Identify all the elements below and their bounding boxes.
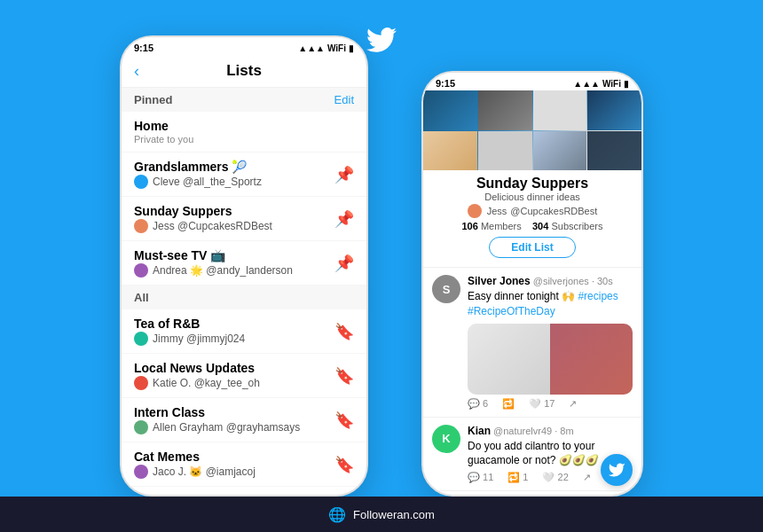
list-item-sunday-suppers[interactable]: Sunday Suppers Jess @CupcakesRDBest 📌	[122, 197, 366, 241]
right-status-icons: ▲▲▲ WiFi ▮	[573, 79, 629, 89]
left-status-bar: 9:15 ▲▲▲ WiFi ▮	[122, 37, 366, 55]
list-item-home-info: Home Private to you	[134, 119, 354, 145]
list-item-local-news[interactable]: Local News Updates Katie O. @kay_tee_oh …	[122, 354, 366, 398]
creator-handle: @CupcakesRDBest	[510, 206, 597, 216]
profile-name: Sunday Suppers	[434, 176, 631, 192]
kian-like-action[interactable]: 🤍 22	[542, 472, 568, 483]
kian-share-action[interactable]: ↗	[583, 472, 591, 483]
list-item-grandslammers-info: Grandslammers 🎾 Cleve @all_the_Sportz	[134, 160, 329, 189]
tweet-header-silver: Silver Jones @silverjones · 30s	[468, 275, 633, 287]
list-item-must-see-tv[interactable]: Must-see TV 📺 Andrea 🌟 @andy_landerson 📌	[122, 241, 366, 286]
list-item-intern-class[interactable]: Intern Class Allen Grayham @grayhamsays …	[122, 398, 366, 442]
tweet-like-action[interactable]: 🤍 17	[529, 398, 555, 410]
profile-banner	[423, 90, 641, 170]
bookmark-icon-intern-class: 🔖	[334, 411, 354, 430]
all-section-header: All	[122, 286, 366, 309]
right-time: 9:15	[436, 78, 455, 89]
cat-memes-handle: Jaco J. 🐱 @iamjacoj	[153, 466, 256, 478]
list-item-cat-memes-sub: Jaco J. 🐱 @iamjacoj	[134, 465, 329, 479]
list-item-cat-memes[interactable]: Cat Memes Jaco J. 🐱 @iamjacoj 🔖	[122, 442, 366, 487]
compose-fab-button[interactable]	[601, 454, 633, 486]
list-item-must-see-tv-name: Must-see TV 📺	[134, 248, 329, 262]
list-item-tea-rb-info: Tea of R&B Jimmy @jimmyj024	[134, 317, 329, 346]
signal-icon: ▲▲▲	[298, 43, 325, 53]
bookmark-icon-cat-memes: 🔖	[334, 455, 354, 474]
tweet-body-silver: Silver Jones @silverjones · 30s Easy din…	[468, 275, 633, 410]
tweet-name-kian: Kian	[468, 425, 491, 437]
list-item-must-see-tv-sub: Andrea 🌟 @andy_landerson	[134, 263, 329, 278]
all-label: All	[134, 291, 149, 304]
banner-img-2	[478, 90, 532, 130]
must-see-tv-handle: Andrea 🌟 @andy_landerson	[153, 264, 293, 277]
tweet-comment-action[interactable]: 💬 6	[468, 398, 488, 410]
edit-button[interactable]: Edit	[334, 93, 354, 106]
tweet-header-kian: Kian @naturelvr49 · 8m	[468, 425, 633, 437]
profile-creator: Jess @CupcakesRDBest	[434, 204, 631, 218]
profile-info: Sunday Suppers Delicious dinner ideas Je…	[423, 170, 641, 267]
banner-img-5	[423, 131, 477, 171]
tweet-image-inner	[468, 324, 633, 395]
lists-title: Lists	[226, 62, 262, 80]
local-news-avatar	[134, 376, 148, 390]
list-item-home-private: Private to you	[134, 134, 354, 145]
local-news-handle: Katie O. @kay_tee_oh	[153, 377, 260, 389]
tweet-handle-silver: @silverjones ·	[533, 276, 594, 286]
profile-desc: Delicious dinner ideas	[434, 192, 631, 202]
pinned-label: Pinned	[134, 93, 172, 106]
list-item-local-news-info: Local News Updates Katie O. @kay_tee_oh	[134, 361, 329, 390]
banner-img-3	[533, 90, 587, 130]
bottom-bar: 🌐 Followeran.com	[0, 497, 763, 532]
hashtag-recipes: #recipes	[578, 290, 617, 302]
list-item-grandslammers[interactable]: Grandslammers 🎾 Cleve @all_the_Sportz 📌	[122, 153, 366, 197]
edit-list-button[interactable]: Edit List	[489, 237, 575, 258]
intern-class-handle: Allen Grayham @grayhamsays	[153, 421, 300, 434]
battery-icon: ▮	[349, 43, 354, 53]
list-item-home[interactable]: Home Private to you	[122, 112, 366, 153]
right-phone: 9:15 ▲▲▲ WiFi ▮ Sunday Suppers D	[421, 71, 643, 497]
grandslammers-handle: Cleve @all_the_Sportz	[153, 176, 262, 188]
list-item-tea-rb[interactable]: Tea of R&B Jimmy @jimmyj024 🔖	[122, 309, 366, 354]
tweet-item-silver[interactable]: S Silver Jones @silverjones · 30s Easy d…	[423, 268, 641, 418]
left-phone: 9:15 ▲▲▲ WiFi ▮ ‹ Lists Pinned Edit Home…	[120, 35, 368, 497]
back-button[interactable]: ‹	[134, 62, 139, 81]
kian-comment-action[interactable]: 💬 11	[468, 472, 493, 483]
list-item-intern-class-name: Intern Class	[134, 405, 329, 419]
banner-img-1	[423, 90, 477, 130]
bookmark-icon-local-news: 🔖	[334, 366, 354, 386]
tweet-time-kian: 8m	[560, 426, 573, 436]
banner-images	[423, 90, 641, 170]
right-wifi-icon: WiFi	[602, 79, 621, 89]
tweet-retweet-action[interactable]: 🔁	[502, 398, 515, 410]
tea-rb-avatar	[134, 332, 148, 346]
list-item-tea-rb-name: Tea of R&B	[134, 317, 329, 331]
list-item-must-see-tv-info: Must-see TV 📺 Andrea 🌟 @andy_landerson	[134, 248, 329, 278]
list-item-grandslammers-name: Grandslammers 🎾	[134, 160, 329, 174]
pin-icon-must-see-tv: 📌	[334, 254, 354, 273]
pin-icon-grandslammers: 📌	[334, 165, 354, 184]
sunday-suppers-handle: Jess @CupcakesRDBest	[153, 220, 272, 232]
list-item-sunday-suppers-name: Sunday Suppers	[134, 204, 329, 218]
tweet-text-silver: Easy dinner tonight 🙌 #recipes #RecipeOf…	[468, 289, 633, 319]
tweet-image-right	[550, 324, 633, 395]
right-signal-icon: ▲▲▲	[573, 79, 600, 89]
wifi-icon: WiFi	[327, 43, 346, 53]
tweet-avatar-kian: K	[432, 425, 460, 453]
banner-img-8	[587, 131, 641, 171]
tweet-avatar-silver: S	[432, 275, 460, 303]
members-count: 106	[462, 221, 478, 231]
tweet-share-action[interactable]: ↗	[569, 398, 577, 410]
cat-memes-avatar	[134, 465, 148, 479]
grandslammers-avatar	[134, 175, 148, 189]
phones-wrapper: 9:15 ▲▲▲ WiFi ▮ ‹ Lists Pinned Edit Home…	[120, 35, 643, 497]
banner-img-4	[587, 90, 641, 130]
kian-retweet-action[interactable]: 🔁 1	[507, 472, 528, 483]
tweet-image-left	[468, 324, 550, 395]
tweet-actions-silver: 💬 6 🔁 🤍 17 ↗	[468, 398, 633, 410]
hashtag-recipeoftheday: #RecipeOfTheDay	[468, 305, 555, 317]
list-item-home-name: Home	[134, 119, 354, 133]
subscribers-label: Subscribers	[551, 221, 602, 231]
bookmark-icon-tea-rb: 🔖	[334, 322, 354, 341]
must-see-tv-avatar	[134, 263, 148, 278]
bottom-bar-text: Followeran.com	[353, 508, 435, 521]
list-item-local-news-sub: Katie O. @kay_tee_oh	[134, 376, 329, 390]
